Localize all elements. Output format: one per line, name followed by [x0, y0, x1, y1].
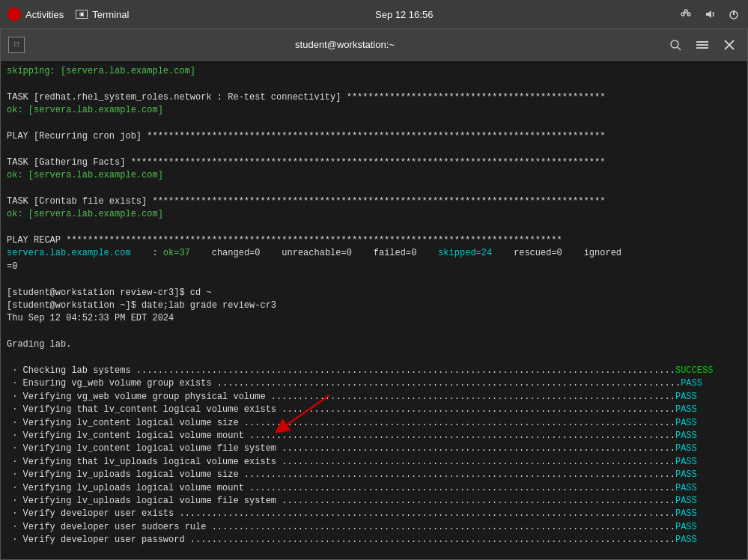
terminal-line: TASK [Gathering Facts] *****************… — [7, 156, 741, 169]
terminal-output: skipping: [servera.lab.example.com] TASK… — [1, 61, 747, 559]
redhat-icon — [7, 7, 21, 21]
svg-line-11 — [678, 47, 681, 50]
menu-button[interactable] — [692, 34, 713, 55]
terminal-grade-line: · Checking lab systems .................… — [7, 365, 741, 377]
terminal-grade-line: · Verifying vg_web volume group physical… — [7, 391, 741, 404]
terminal-line: PLAY [Recurring cron job] **************… — [7, 130, 741, 143]
terminal-line: [student@workstation ~]$ date;lab grade … — [7, 299, 741, 312]
terminal-line: TASK [redhat.rhel_system_roles.network :… — [7, 91, 741, 104]
network-icon[interactable] — [679, 7, 693, 21]
terminal-grade-line: · Verifying lv_uploads logical volume fi… — [7, 495, 741, 508]
svg-rect-13 — [696, 44, 708, 46]
terminal-grade-line: · Verifying lv_content logical volume fi… — [7, 442, 741, 455]
volume-icon[interactable] — [703, 7, 717, 21]
terminal-line: Grading lab. — [7, 338, 741, 351]
terminal-titlebar: □ student@workstation:~ — [1, 29, 747, 61]
terminal-grade-line: · Verifying lv_uploads logical volume si… — [7, 469, 741, 481]
terminal-line: PLAY RECAP *****************************… — [7, 234, 741, 247]
power-icon[interactable] — [727, 7, 741, 21]
terminal-line — [7, 118, 741, 130]
terminal-small-icon: ▣ — [76, 10, 88, 19]
terminal-grade-line: · Verifying lv_uploads logical volume mo… — [7, 482, 741, 495]
svg-point-10 — [671, 40, 678, 48]
tab-icon-symbol: □ — [14, 40, 19, 49]
terminal-grade-line: · Verify developer user password .......… — [7, 534, 741, 547]
terminal-grade-line: · Verifying lv_content logical volume mo… — [7, 430, 741, 442]
terminal-line: ok: [servera.lab.example.com] — [7, 104, 741, 117]
terminal-line: skipping: [servera.lab.example.com] — [7, 65, 741, 78]
svg-rect-12 — [696, 41, 708, 43]
terminal-line: TASK [Crontab file exists] *************… — [7, 195, 741, 208]
system-datetime: Sep 12 16:56 — [375, 9, 433, 20]
terminal-title: student@workstation:~ — [31, 39, 659, 50]
search-button[interactable] — [665, 34, 686, 55]
system-bar-left: Activities ▣ Terminal — [7, 7, 129, 21]
terminal-grade-line: · Verify developer user exists .........… — [7, 508, 741, 520]
terminal-line — [7, 273, 741, 286]
system-bar: Activities ▣ Terminal Sep 12 16:56 — [0, 0, 748, 28]
terminal-grade-line: · Verifying that lv_content logical volu… — [7, 404, 741, 416]
terminal-line: ok: [servera.lab.example.com] — [7, 208, 741, 221]
terminal-tab-icon: □ — [8, 37, 25, 53]
system-bar-right — [679, 7, 741, 21]
terminal-line — [7, 183, 741, 195]
svg-point-0 — [10, 10, 18, 18]
terminal-line — [7, 143, 741, 156]
activities-label: Activities — [25, 9, 64, 20]
terminal-grade-line: · Verifying lv_content logical volume si… — [7, 417, 741, 430]
terminal-line: [student@workstation review-cr3]$ cd ~ — [7, 287, 741, 299]
terminal-grade-line: · Ensuring vg_web volume group exists ..… — [7, 377, 741, 390]
terminal-grade-line: · Verify developer user sudoers rule ...… — [7, 521, 741, 534]
terminal-window: □ student@workstation:~ skipping: [serve… — [0, 28, 748, 560]
terminal-taskbar-label: Terminal — [92, 9, 129, 20]
activities-button[interactable]: Activities — [7, 7, 64, 21]
svg-rect-14 — [696, 47, 708, 49]
terminal-recap-line: servera.lab.example.com : ok=37 changed=… — [7, 247, 741, 260]
close-button[interactable] — [719, 34, 740, 55]
terminal-line — [7, 222, 741, 234]
terminal-taskbar-button[interactable]: ▣ Terminal — [76, 9, 129, 20]
terminal-line: =0 — [7, 261, 741, 273]
terminal-line: Thu Sep 12 04:52:33 PM EDT 2024 — [7, 312, 741, 325]
terminal-line — [7, 352, 741, 365]
terminal-line — [7, 78, 741, 91]
terminal-grade-line: · Verifying that lv_uploads logical volu… — [7, 456, 741, 469]
terminal-line: ok: [servera.lab.example.com] — [7, 169, 741, 182]
svg-marker-7 — [706, 10, 711, 18]
terminal-line — [7, 326, 741, 338]
